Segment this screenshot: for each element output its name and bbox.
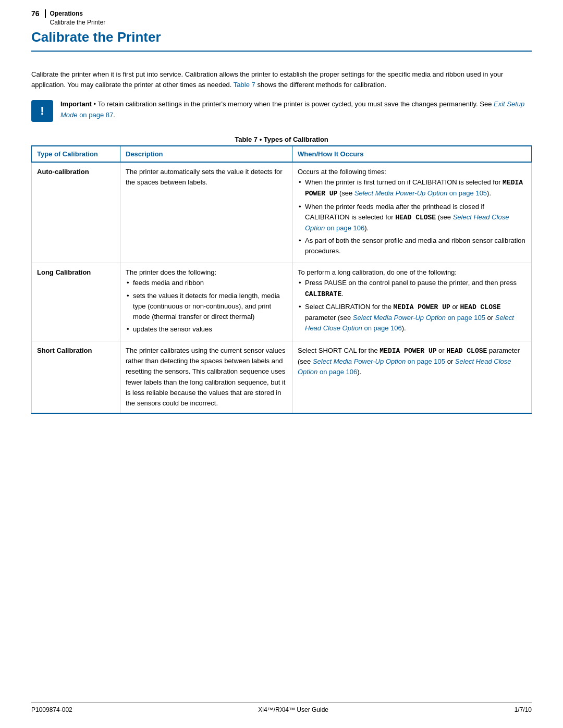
- desc-auto: The printer automatically sets the value…: [120, 162, 292, 263]
- footer-center: Xi4™/RXi4™ User Guide: [258, 706, 328, 713]
- breadcrumb: 76 Operations Calibrate the Printer: [0, 0, 563, 29]
- intro-text2: shows the different methods for calibrat…: [257, 81, 386, 89]
- page-number: 76: [31, 9, 46, 18]
- list-item: Press PAUSE on the control panel to paus…: [298, 278, 526, 299]
- list-item: When the printer feeds media after the p…: [298, 202, 526, 233]
- breadcrumb-sub: Calibrate the Printer: [50, 18, 106, 27]
- important-icon: !: [31, 100, 53, 122]
- mono-media-power-up2: MEDIA POWER UP: [394, 303, 450, 311]
- mono-calibrate: CALIBRATE: [305, 290, 341, 298]
- type-short: Short Calibration: [32, 341, 120, 413]
- list-item: As part of both the sensor profile and m…: [298, 236, 526, 256]
- mono-head-close2: HEAD CLOSE: [460, 303, 501, 311]
- important-content: • To retain calibration settings in the …: [92, 100, 494, 108]
- list-item: sets the values it detects for media len…: [126, 291, 287, 322]
- when-auto-intro: Occurs at the following times:: [298, 168, 386, 176]
- type-long: Long Calibration: [32, 263, 120, 341]
- col-header-description: Description: [120, 146, 292, 162]
- media-powerup-link2[interactable]: Select Media Power-Up Option on page 105: [353, 314, 485, 322]
- mono-media-power-up3: MEDIA POWER UP: [380, 347, 436, 355]
- media-powerup-link1[interactable]: Select Media Power-Up Option on page 105: [354, 189, 487, 197]
- desc-short: The printer calibrates using the current…: [120, 341, 292, 413]
- page-title: Calibrate the Printer: [31, 29, 532, 45]
- list-item: feeds media and ribbon: [126, 278, 287, 288]
- page-footer: P1009874-002 Xi4™/RXi4™ User Guide 1/7/1…: [0, 706, 563, 713]
- table-row: Long Calibration The printer does the fo…: [32, 263, 532, 341]
- col-header-type: Type of Calibration: [32, 146, 120, 162]
- calibration-table: Type of Calibration Description When/How…: [31, 145, 532, 414]
- footer-divider: [31, 702, 532, 703]
- list-item: Select CALIBRATION for the MEDIA POWER U…: [298, 302, 526, 334]
- important-text: Important • To retain calibration settin…: [60, 99, 532, 121]
- list-item: When the printer is first turned on if C…: [298, 177, 526, 199]
- desc-long-intro: The printer does the following:: [126, 268, 216, 276]
- main-content: Calibrate the printer when it is first p…: [0, 61, 563, 414]
- table7-link[interactable]: Table 7: [234, 81, 255, 89]
- breadcrumb-text: Operations Calibrate the Printer: [50, 9, 106, 27]
- title-section: Calibrate the Printer: [31, 29, 532, 52]
- media-powerup-link3[interactable]: Select Media Power-Up Option on page 105: [313, 357, 445, 365]
- desc-long-bullets: feeds media and ribbon sets the values i…: [126, 278, 287, 335]
- type-auto: Auto-calibration: [32, 162, 120, 263]
- desc-long: The printer does the following: feeds me…: [120, 263, 292, 341]
- table-title: Table 7 • Types of Calibration: [31, 132, 532, 145]
- exclamation-icon: !: [40, 104, 44, 118]
- table-row: Short Calibration The printer calibrates…: [32, 341, 532, 413]
- mono-head-close: HEAD CLOSE: [395, 214, 436, 221]
- footer-right: 1/7/10: [515, 706, 532, 713]
- list-item: updates the sensor values: [126, 324, 287, 335]
- when-long-intro: To perform a long calibration, do one of…: [298, 268, 457, 276]
- important-box: ! Important • To retain calibration sett…: [31, 99, 532, 122]
- when-auto-bullets: When the printer is first turned on if C…: [298, 177, 526, 256]
- table-header-row: Type of Calibration Description When/How…: [32, 146, 532, 162]
- important-end: .: [113, 111, 115, 119]
- when-long: To perform a long calibration, do one of…: [292, 263, 532, 341]
- col-header-when: When/How It Occurs: [292, 146, 532, 162]
- when-auto: Occurs at the following times: When the …: [292, 162, 532, 263]
- breadcrumb-bold: Operations: [50, 9, 106, 18]
- mono-head-close3: HEAD CLOSE: [446, 347, 487, 355]
- intro-paragraph: Calibrate the printer when it is first p…: [31, 69, 532, 91]
- table-row: Auto-calibration The printer automatical…: [32, 162, 532, 263]
- page-wrapper: 76 Operations Calibrate the Printer Cali…: [0, 0, 563, 728]
- important-label: Important: [60, 100, 92, 108]
- when-long-bullets: Press PAUSE on the control panel to paus…: [298, 278, 526, 334]
- when-short: Select SHORT CAL for the MEDIA POWER UP …: [292, 341, 532, 413]
- footer-left: P1009874-002: [31, 706, 72, 713]
